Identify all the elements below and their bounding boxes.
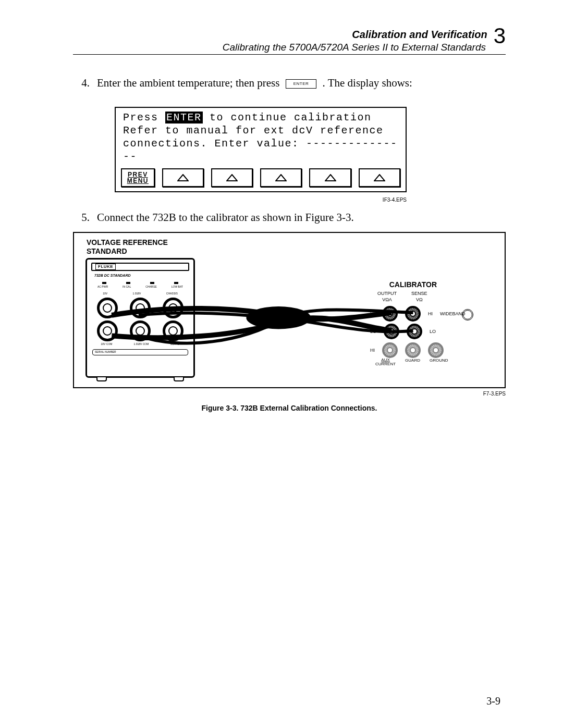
vrs-line1: VOLTAGE REFERENCE [87,238,168,247]
softkey-up-4 [309,168,351,187]
softkey-up-5 [359,168,400,187]
terminal-row-top [91,298,189,318]
calibrator-terminal-icon [405,342,421,358]
led-lbl-2: CHARGE [145,285,156,289]
blbl-0: 10V COM [101,342,113,346]
disp-line1-pre: Press [123,112,165,124]
body: 4. Enter the ambient temperature; then p… [73,76,506,414]
disp-line3: connections. Enter value: --------------… [123,137,398,163]
disp-line1-highlight: ENTER [165,112,203,124]
step-text: Enter the ambient temperature; then pres… [97,76,506,90]
output-lbl: OUTPUT [377,290,397,297]
tlbl-2: CHASSIS [166,292,178,295]
device-top-strip: FLUKE [91,263,189,271]
tlbl-0: 10V [103,292,107,295]
serial-number-plate: SERIAL NUMBER [92,349,188,355]
page-header: Calibration and Verification 3 Calibrati… [73,26,506,55]
foot-icon [96,377,107,381]
step4-before: Enter the ambient temperature; then pres… [97,77,279,89]
display-screenshot: Press ENTER to continue calibration Refe… [115,107,407,204]
page-number: 3-9 [486,695,500,707]
terminal-icon [130,298,151,318]
led-labels: AC PWR IN CAL CHARGE LOW BAT [90,285,190,289]
cal-row-aux: HI [370,342,495,358]
voltage-reference-label: VOLTAGE REFERENCE STANDARD [87,238,168,256]
terminal-icon [130,320,151,341]
lo-lbl2: LO [430,328,436,335]
header-subtitle: Calibrating the 5700A/5720A Series II to… [223,42,486,53]
disp-line1-post: to continue calibration [203,112,372,124]
lo-lbl: LO [370,328,376,335]
calibrator-label: CALIBRATOR [389,280,437,290]
cal-bottom-labels: AUX CURRENT GUARD GROUND [375,358,495,366]
terminal-icon [97,298,118,318]
softkey-row: PREV MENU [116,166,406,191]
enter-key-icon: ENTER [286,79,317,89]
terminal-icon [163,298,183,318]
softkey-up-1 [162,168,204,187]
svg-point-0 [246,306,311,329]
output-unit: VΩA [377,297,397,303]
fluke-logo: FLUKE [95,264,116,270]
step-number-5: 5. [73,210,97,225]
step-5: 5. Connect the 732B to the calibrator as… [73,210,506,225]
calibrator-terminal-icon [382,306,398,322]
display-eps-label: IF3-4.EPS [115,196,407,204]
hi-lbl: HI [370,311,375,317]
device-caption: 732B DC STANDARD [94,273,193,278]
calibrator-terminal-icon [382,342,398,358]
figure-3-3: VOLTAGE REFERENCE STANDARD CALIBRATOR FL… [73,232,506,388]
wideband-lbl: WIDEBAND [440,311,466,317]
led-icon [150,282,154,284]
hi-lbl3: HI [370,347,375,353]
softkey-up-3 [260,168,302,187]
figure-caption: Figure 3-3. 732B External Calibration Co… [73,403,506,413]
guard-lbl: GUARD [405,358,420,366]
led-icon [102,282,106,284]
serial-label: SERIAL NUMBER [95,350,116,354]
blbl-2: GUARD [170,342,179,346]
terminal-icon [97,320,118,341]
header-rule [73,54,506,55]
blbl-1: 1.018V COM [133,342,149,346]
step-4: 4. Enter the ambient temperature; then p… [73,76,506,90]
prev-menu-softkey: PREV MENU [121,168,155,187]
ground-lbl: GROUND [430,358,448,366]
calibrator-terminal-icon [407,324,422,339]
cal-col-headers: OUTPUT VΩA SENSE VΩ [377,290,495,303]
hi-lbl2: HI [428,311,433,317]
calibrator-terminal-icon [428,342,444,358]
calibrator-terminal-icon [384,324,399,339]
tlbl-1: 1.018V [133,292,141,295]
display-box: Press ENTER to continue calibration Refe… [115,107,407,192]
section-title: Calibration and Verification [352,29,487,41]
step-number: 4. [73,76,97,90]
led-lbl-1: IN CAL [123,285,131,289]
led-row [92,282,188,284]
calibrator-terminal-icon [405,306,421,322]
term-top-labels: 10V 1.018V CHASSIS [90,292,190,295]
menu-label: MENU [127,178,149,184]
current-lbl: CURRENT [375,362,396,366]
term-bot-labels: 10V COM 1.018V COM GUARD [90,342,190,346]
calibrator-panel: OUTPUT VΩA SENSE VΩ HI HI WIDEBAND LO [370,290,495,374]
cal-row-lo: LO LO [370,324,495,339]
step4-after: . The display shows: [323,77,412,89]
terminal-icon [163,320,183,341]
disp-line2: Refer to manual for ext dcV reference [123,124,398,137]
device-feet [87,377,193,381]
led-lbl-3: LOW BAT [172,285,183,289]
terminal-row-bottom [91,320,189,341]
vrs-line2: STANDARD [87,247,168,256]
softkey-up-2 [211,168,253,187]
display-text: Press ENTER to continue calibration Refe… [116,108,406,166]
device-732b: FLUKE 732B DC STANDARD AC PWR IN CAL CHA… [85,258,195,378]
step5-text: Connect the 732B to the calibrator as sh… [97,210,506,225]
led-icon [126,282,130,284]
led-icon [174,282,178,284]
figure-eps-label: F7-3.EPS [73,390,506,398]
sense-unit: VΩ [411,297,427,303]
sense-lbl: SENSE [411,290,427,297]
foot-icon [174,377,184,381]
led-lbl-0: AC PWR [97,285,108,289]
